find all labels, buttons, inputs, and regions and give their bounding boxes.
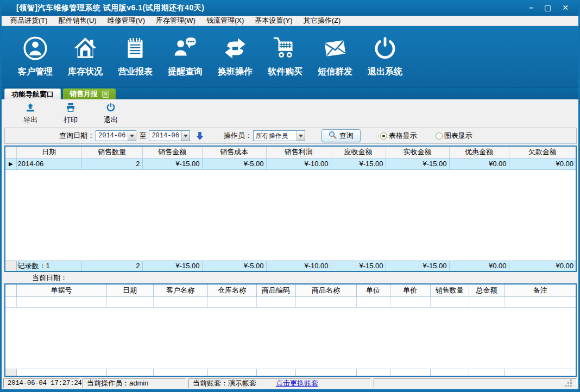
tab-close-icon[interactable]: ✕ — [102, 91, 109, 98]
radio-chart-display[interactable]: 图表显示 — [436, 131, 472, 141]
app-window: [领智]汽车维修管理系统 试用版v6.1(试用期还有40天) – ▢ ✕ 商品进… — [0, 0, 580, 392]
column-header[interactable]: 日期 — [16, 147, 81, 158]
summary-row: 记录数：1 2 ¥-15.00 ¥-5.00 ¥-10.00 ¥-15.00 ¥… — [5, 261, 576, 271]
toolbar-shift-change[interactable]: 换班操作 — [210, 31, 260, 78]
search-button[interactable]: 查询 — [321, 129, 361, 142]
column-header[interactable]: 总金额 — [469, 284, 505, 296]
toolbar-customer-mgmt[interactable]: 客户管理 — [10, 31, 60, 78]
column-header[interactable]: 销售数量 — [430, 284, 469, 296]
resize-grip[interactable] — [565, 380, 572, 387]
toolbar-reminder-query[interactable]: 提醒查询 — [160, 31, 210, 78]
footer-row — [5, 369, 576, 376]
monthly-report-table: 日期 销售数量 销售金额 销售成本 销售利润 应收金额 实收金额 优惠金额 欠款… — [4, 146, 577, 272]
display-mode-group: 表格显示 图表显示 — [380, 131, 472, 141]
mail-envelope-icon — [321, 31, 349, 65]
toolbar-software-purchase[interactable]: 软件购买 — [260, 31, 310, 78]
chevron-down-icon[interactable] — [128, 131, 136, 141]
exit-power-icon — [105, 103, 116, 115]
column-header[interactable]: 欠款金额 — [509, 147, 576, 158]
menu-item-basic-settings[interactable]: 基本设置(Y) — [249, 16, 298, 26]
chevron-down-icon[interactable] — [181, 131, 190, 141]
status-empty-panel — [374, 378, 577, 388]
status-current-operator: 当前操作员：admin — [83, 378, 186, 388]
date-to-select[interactable]: 2014-06 — [149, 130, 190, 141]
chevron-down-icon[interactable] — [297, 131, 305, 141]
report-toolbar: 导出 打印 退出 — [2, 99, 578, 128]
search-icon — [329, 131, 337, 141]
column-header[interactable]: 商品名称 — [295, 284, 356, 296]
main-toolbar: 客户管理 库存状况 — [2, 26, 578, 88]
menu-item-other-ops[interactable]: 其它操作(Z) — [298, 16, 346, 26]
column-header[interactable]: 客户名称 — [153, 284, 207, 296]
column-header[interactable]: 商品编码 — [256, 284, 295, 296]
column-header[interactable]: 单位 — [356, 284, 390, 296]
column-header[interactable]: 销售利润 — [266, 147, 331, 158]
column-header[interactable]: 日期 — [106, 284, 153, 296]
export-icon — [25, 103, 36, 115]
person-chat-icon — [172, 31, 199, 65]
menu-item-goods-purchase[interactable]: 商品进货(T) — [5, 16, 53, 26]
close-icon[interactable]: ✕ — [562, 0, 569, 16]
to-label: 至 — [139, 131, 146, 141]
table-empty-area — [5, 308, 576, 369]
power-icon — [371, 31, 399, 65]
status-current-account: 当前账套：演示帐套 — [193, 378, 256, 388]
toolbar-inventory-status[interactable]: 库存状况 — [60, 31, 110, 78]
minimize-icon[interactable]: – — [529, 0, 533, 16]
menu-item-parts-sales[interactable]: 配件销售(U) — [53, 16, 102, 26]
radio-table-display[interactable]: 表格显示 — [380, 131, 417, 141]
monthly-table-summary: 记录数：1 2 ¥-15.00 ¥-5.00 ¥-10.00 ¥-15.00 ¥… — [5, 261, 576, 271]
status-account-panel: 当前账套：演示帐套 点击更换账套 — [188, 378, 371, 388]
print-button[interactable]: 打印 — [61, 103, 80, 125]
blue-down-arrow-icon[interactable] — [196, 131, 204, 141]
status-datetime: 2014-06-04 17:27:24 — [3, 378, 80, 388]
sync-arrows-icon — [222, 31, 249, 65]
tab-sales-monthly-report[interactable]: 销售月报 ✕ — [63, 88, 116, 99]
column-header[interactable]: 应收金额 — [331, 147, 386, 158]
date-from-select[interactable]: 2014-06 — [96, 130, 136, 141]
maximize-icon[interactable]: ▢ — [544, 0, 551, 16]
radio-unselected-icon — [436, 132, 443, 140]
column-header[interactable]: 销售数量 — [81, 147, 142, 158]
menu-item-repair-mgmt[interactable]: 维修管理(V) — [102, 16, 150, 26]
table-row[interactable]: ▶ 2014-06 2 ¥-15.00 ¥-5.00 ¥-10.00 ¥-15.… — [5, 158, 576, 169]
record-count: 记录数：1 — [16, 261, 81, 271]
query-date-label: 查询日期： — [59, 131, 94, 141]
column-header[interactable]: 单价 — [390, 284, 430, 296]
column-header[interactable]: 单据号 — [16, 284, 106, 296]
column-header[interactable]: 销售成本 — [202, 147, 266, 158]
current-date-label: 当前日期： — [32, 273, 67, 283]
detail-table-footer — [5, 369, 576, 376]
operator-select[interactable]: 所有操作员 — [253, 130, 305, 141]
toolbar-exit-system[interactable]: 退出系统 — [360, 31, 410, 78]
toolbar-business-report[interactable]: 营业报表 — [110, 31, 160, 78]
switch-account-link[interactable]: 点击更换账套 — [276, 378, 318, 388]
column-header[interactable]: 仓库名称 — [207, 284, 256, 296]
export-button[interactable]: 导出 — [21, 103, 40, 125]
detail-table: 单据号 日期 客户名称 仓库名称 商品编码 商品名称 单位 单价 销售数量 总金… — [4, 283, 577, 377]
column-header[interactable]: 实收金额 — [386, 147, 449, 158]
empty-row — [5, 296, 576, 307]
tab-function-navigation[interactable]: 功能导航窗口 — [4, 88, 61, 99]
table-empty-area — [5, 170, 576, 261]
report-panel: 导出 打印 退出 — [2, 99, 578, 389]
column-header[interactable]: 优惠金额 — [449, 147, 509, 158]
radio-selected-icon — [380, 132, 387, 140]
monthly-table-header: 日期 销售数量 销售金额 销售成本 销售利润 应收金额 实收金额 优惠金额 欠款… — [5, 147, 576, 170]
report-notepad-icon — [122, 31, 149, 65]
query-bar: 查询日期： 2014-06 至 2014-06 操作员： 所有操作员 — [4, 128, 577, 144]
column-header[interactable]: 备注 — [505, 284, 576, 296]
user-circle-icon — [22, 31, 49, 65]
shopping-cart-icon — [272, 31, 299, 65]
tab-strip: 功能导航窗口 销售月报 ✕ — [2, 88, 578, 99]
status-bar: 2014-06-04 17:27:24 当前操作员：admin 当前账套：演示帐… — [2, 377, 578, 389]
toolbar-sms-broadcast[interactable]: 短信群发 — [310, 31, 360, 78]
print-icon — [65, 103, 76, 115]
exit-button[interactable]: 退出 — [102, 103, 120, 125]
column-header[interactable]: 销售金额 — [142, 147, 202, 158]
title-bar: [领智]汽车维修管理系统 试用版v6.1(试用期还有40天) – ▢ ✕ — [2, 0, 578, 16]
row-indicator-icon: ▶ — [5, 158, 16, 169]
menu-item-inventory-mgmt[interactable]: 库存管理(W) — [150, 16, 201, 26]
menu-item-cashflow-mgmt[interactable]: 钱流管理(X) — [201, 16, 249, 26]
window-title: [领智]汽车维修管理系统 试用版v6.1(试用期还有40天) — [2, 3, 204, 13]
